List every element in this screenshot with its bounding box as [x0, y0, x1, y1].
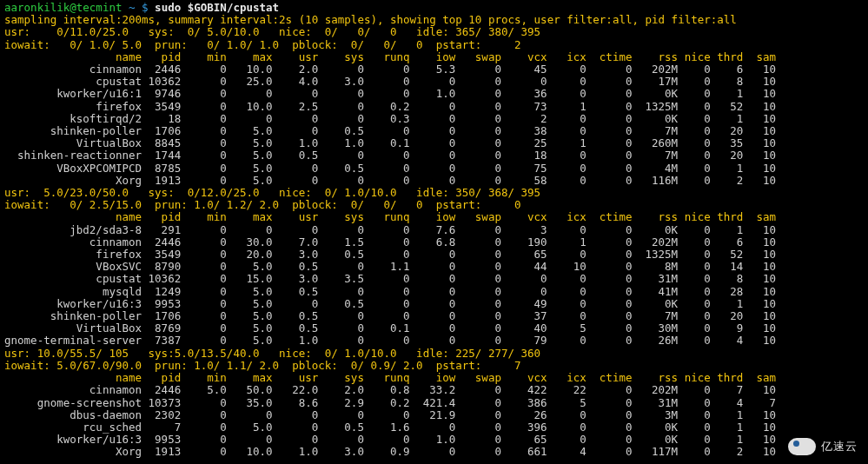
proc-row: shinken-reactionner 1744 0 5.0 0.5 0 0 0…: [4, 149, 868, 162]
proc-row: gnome-terminal-server 7387 0 5.0 1.0 0 0…: [4, 335, 868, 347]
column-header: name pid min max usr sys runq iow swap v…: [4, 51, 868, 63]
proc-row: kworker/u16:3 9953 0 0 0 0 0 1.0 0 65 0 …: [4, 434, 868, 446]
proc-row: VirtualBox 8845 0 5.0 1.0 1.0 0.1 0 0 25…: [4, 137, 868, 149]
prompt-line[interactable]: aaronkilik@tecmint ~ $ sudo $GOBIN/cpust…: [4, 2, 868, 14]
proc-row: gnome-screenshot 10373 0 35.0 8.6 2.9 0.…: [4, 397, 868, 409]
proc-row: firefox 3549 0 10.0 2.5 0 0.2 0 0 73 1 0…: [4, 101, 868, 113]
proc-row: firefox 3549 0 20.0 3.0 0.5 0 0 0 65 0 0…: [4, 249, 868, 261]
proc-row: mysqld 1249 0 5.0 0.5 0 0 0 0 0 0 0 41M …: [4, 286, 868, 298]
proc-row: cinnamon 2446 0 30.0 7.0 1.5 0 6.8 0 190…: [4, 236, 868, 249]
metrics-line-2: iowait: 0/ 1.0/ 5.0 prun: 0/ 1.0/ 1.0 pb…: [4, 39, 868, 51]
metrics-line-1: usr: 5.0/23.0/50.0 sys: 0/12.0/25.0 nice…: [4, 187, 868, 199]
proc-row: jbd2/sda3-8 291 0 0 0 0 0 7.6 0 3 0 0 0K…: [4, 224, 868, 236]
metrics-line-1: usr: 10.0/55.5/ 105 sys:5.0/13.5/40.0 ni…: [4, 348, 868, 360]
metrics-line-2: iowait: 5.0/67.0/90.0 prun: 1.0/ 1.1/ 2.…: [4, 360, 868, 372]
proc-row: ksoftirqd/2 18 0 0 0 0 0.3 0 0 2 0 0 0K …: [4, 113, 868, 125]
proc-row: dbus-daemon 2302 0 0 0 0 0 21.9 0 26 0 0…: [4, 409, 868, 421]
proc-row: cinnamon 2446 5.0 50.0 22.0 2.0 0.8 33.2…: [4, 384, 868, 396]
proc-row: VBoxXPCOMIPCD 8785 0 5.0 0 0.5 0 0 0 75 …: [4, 162, 868, 175]
proc-row: cpustat 10362 0 25.0 4.0 3.0 0 0 0 0 0 0…: [4, 76, 868, 88]
proc-row: cpustat 10362 0 15.0 3.0 3.5 0 0 0 0 0 0…: [4, 273, 868, 285]
summary-line: sampling interval:200ms, summary interva…: [4, 14, 868, 26]
proc-row: cinnamon 2446 0 10.0 2.0 0 0 5.3 0 45 0 …: [4, 63, 868, 76]
proc-row: VirtualBox 8769 0 5.0 0.5 0 0.1 0 0 40 5…: [4, 322, 868, 335]
proc-row: shinken-poller 1706 0 5.0 0.5 0 0 0 0 37…: [4, 310, 868, 322]
terminal-window[interactable]: aaronkilik@tecmint ~ $ sudo $GOBIN/cpust…: [0, 0, 868, 459]
proc-row: kworker/u16:1 9746 0 0 0 0 0 1.0 0 36 0 …: [4, 88, 868, 100]
metrics-line-2: iowait: 0/ 2.5/15.0 prun: 1.0/ 1.2/ 2.0 …: [4, 199, 868, 211]
proc-row: rcu_sched 7 0 5.0 0 0.5 1.6 0 0 396 0 0 …: [4, 421, 868, 434]
proc-row: Xorg 1913 0 5.0 0 0 0 0 0 58 0 0 116M 0 …: [4, 175, 868, 187]
column-header: name pid min max usr sys runq iow swap v…: [4, 372, 868, 384]
proc-row: VBoxSVC 8790 0 5.0 0.5 0 1.1 0 0 44 10 0…: [4, 261, 868, 273]
column-header: name pid min max usr sys runq iow swap v…: [4, 211, 868, 223]
proc-row: shinken-poller 1706 0 5.0 0 0.5 0 0 0 38…: [4, 125, 868, 137]
metrics-line-1: usr: 0/11.0/25.0 sys: 0/ 5.0/10.0 nice: …: [4, 26, 868, 38]
proc-row: Xorg 1913 0 10.0 1.0 3.0 0.9 0 0 661 4 0…: [4, 446, 868, 458]
proc-row: kworker/u16:3 9953 0 5.0 0 0.5 0 0 0 49 …: [4, 298, 868, 310]
